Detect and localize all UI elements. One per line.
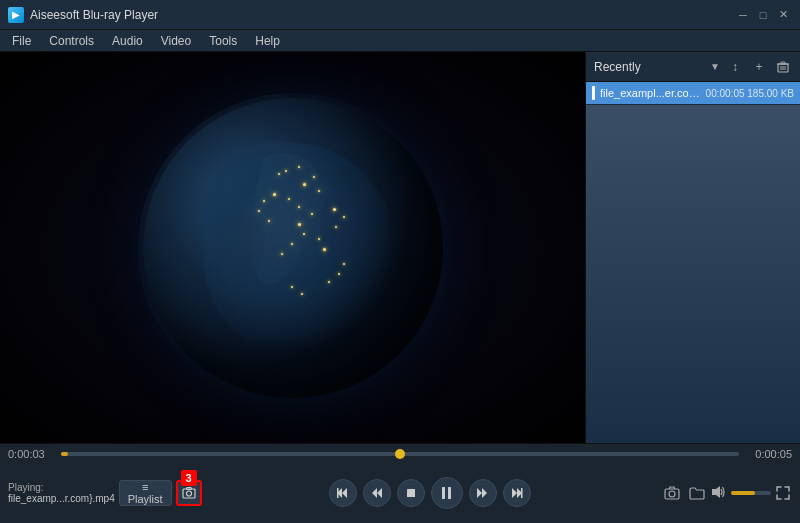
svg-marker-10 (342, 488, 347, 498)
svg-point-23 (669, 491, 675, 497)
svg-marker-19 (512, 488, 517, 498)
add-icon-btn[interactable]: + (750, 58, 768, 76)
volume-icon (711, 485, 727, 502)
svg-point-7 (186, 491, 191, 496)
screenshot-button-wrapper: 3 (176, 480, 202, 506)
camera-button[interactable] (662, 480, 683, 506)
menu-item-audio[interactable]: Audio (104, 32, 151, 50)
next-track-button[interactable] (503, 479, 531, 507)
svg-marker-17 (477, 488, 482, 498)
svg-rect-21 (521, 488, 523, 498)
recently-label: Recently (594, 60, 704, 74)
control-row: Playing: file_examp...r.com}.mp4 ≡ Playl… (0, 464, 800, 523)
time-total: 0:00:05 (747, 448, 792, 460)
playlist-button[interactable]: ≡ Playlist (119, 480, 172, 506)
earth-lights (143, 98, 443, 398)
progress-bar[interactable] (61, 452, 739, 456)
folder-button[interactable] (687, 480, 708, 506)
playing-label: Playing: (8, 482, 115, 493)
svg-marker-24 (712, 486, 720, 498)
playing-file: file_examp...r.com}.mp4 (8, 493, 115, 504)
center-controls (202, 477, 658, 509)
file-info: Playing: file_examp...r.com}.mp4 (8, 482, 115, 504)
earth-sphere (143, 98, 443, 398)
play-pause-button[interactable] (431, 477, 463, 509)
close-button[interactable]: ✕ (774, 6, 792, 24)
progress-container: 0:00:03 0:00:05 (0, 444, 800, 464)
maximize-button[interactable]: □ (754, 6, 772, 24)
time-current: 0:00:03 (8, 448, 53, 460)
rewind-button[interactable] (363, 479, 391, 507)
sidebar: Recently ▼ ↕ + file_exampl...er.com).mp4… (585, 52, 800, 443)
playlist-item[interactable]: file_exampl...er.com).mp4 00:00:05 185.0… (586, 82, 800, 105)
menu-item-video[interactable]: Video (153, 32, 199, 50)
delete-icon-btn[interactable] (774, 58, 792, 76)
recently-dropdown-icon[interactable]: ▼ (710, 61, 720, 72)
menu-item-controls[interactable]: Controls (41, 32, 102, 50)
svg-rect-15 (442, 487, 445, 499)
progress-handle[interactable] (395, 449, 405, 459)
sidebar-header: Recently ▼ ↕ + (586, 52, 800, 82)
bottom-controls: 0:00:03 0:00:05 Playing: file_examp...r.… (0, 443, 800, 523)
svg-marker-18 (482, 488, 487, 498)
playlist-active-indicator (592, 86, 595, 100)
earth-globe (143, 98, 443, 398)
screenshot-badge: 3 (181, 470, 197, 486)
sidebar-empty-area (586, 105, 800, 443)
app-icon: ▶ (8, 7, 24, 23)
menu-item-tools[interactable]: Tools (201, 32, 245, 50)
stop-button[interactable] (397, 479, 425, 507)
title-bar: ▶ Aiseesoft Blu-ray Player ─ □ ✕ (0, 0, 800, 30)
volume-fill (731, 491, 755, 495)
minimize-button[interactable]: ─ (734, 6, 752, 24)
menu-item-file[interactable]: File (4, 32, 39, 50)
right-controls (662, 480, 792, 506)
sort-icon-btn[interactable]: ↕ (726, 58, 744, 76)
svg-rect-14 (407, 489, 415, 497)
menu-item-help[interactable]: Help (247, 32, 288, 50)
playlist-item-name: file_exampl...er.com).mp4 (600, 87, 702, 99)
volume-bar[interactable] (731, 491, 771, 495)
video-area (0, 52, 585, 443)
svg-rect-11 (337, 488, 339, 498)
svg-marker-12 (377, 488, 382, 498)
progress-fill (61, 452, 68, 456)
svg-marker-13 (372, 488, 377, 498)
playlist-item-info: 00:00:05 185.00 KB (706, 88, 794, 99)
video-canvas (0, 52, 585, 443)
app-title: Aiseesoft Blu-ray Player (30, 8, 734, 22)
svg-rect-16 (448, 487, 451, 499)
fast-forward-button[interactable] (469, 479, 497, 507)
window-controls: ─ □ ✕ (734, 6, 792, 24)
menu-bar: FileControlsAudioVideoToolsHelp (0, 30, 800, 52)
svg-rect-2 (781, 62, 785, 64)
svg-rect-6 (183, 489, 195, 498)
prev-track-button[interactable] (329, 479, 357, 507)
main-content: Recently ▼ ↕ + file_exampl...er.com).mp4… (0, 52, 800, 443)
left-controls: Playing: file_examp...r.com}.mp4 ≡ Playl… (8, 480, 198, 506)
fullscreen-button[interactable] (775, 482, 792, 504)
